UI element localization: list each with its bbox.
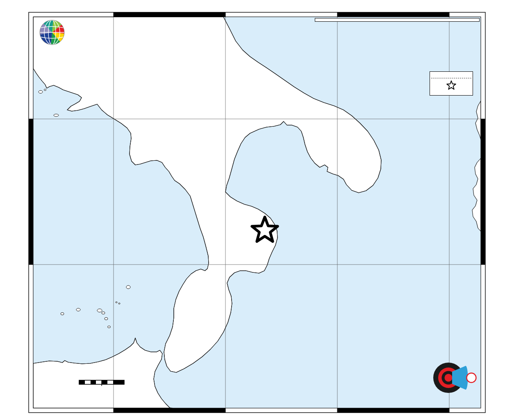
legend-divider xyxy=(431,78,471,78)
map-page xyxy=(0,0,514,420)
epicenter-legend-star-icon xyxy=(445,80,457,91)
ingv-globe-icon xyxy=(39,19,66,46)
question-badge-icon xyxy=(467,373,476,383)
earthquake-info-box xyxy=(315,18,480,22)
ingv-logo xyxy=(39,18,161,47)
intensity-legend xyxy=(430,71,473,96)
map-canvas xyxy=(0,0,514,420)
